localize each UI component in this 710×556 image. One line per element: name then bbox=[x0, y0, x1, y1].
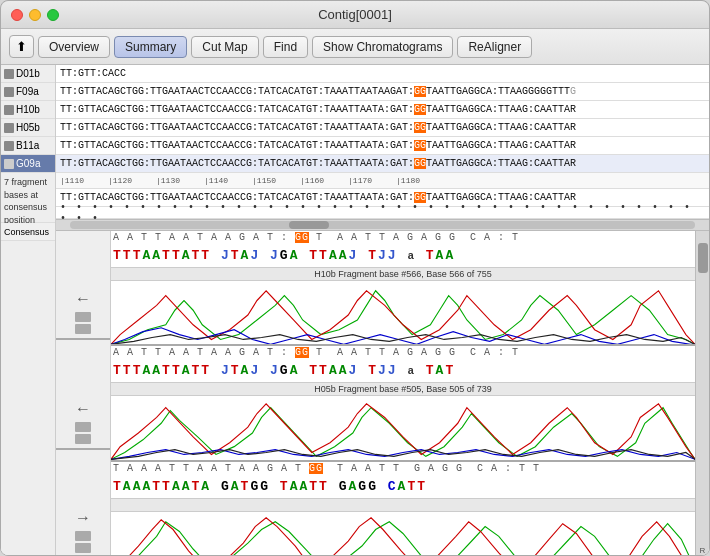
chroma3-left: → bbox=[56, 450, 110, 556]
chroma-panel-2: A A T T A A T A A G A T : GG T A A T T A… bbox=[111, 346, 695, 461]
sequence-area: TT:GTT:CACC TT:GTTACAGCTGG:TTGAATAACTCCA… bbox=[56, 65, 709, 219]
chroma2-seq: TTTAATTATT JTAJ JGA TTAAJ TJJ a TAT bbox=[111, 362, 695, 382]
chroma3-consensus-seq: T A A A T T A A T A A G A T GG T A A T T… bbox=[111, 462, 695, 478]
chroma1-icon1[interactable] bbox=[75, 312, 91, 322]
chroma1-svg bbox=[111, 281, 695, 344]
seq-row-h10b: TT:GTTACAGCTGG:TTGAATAACTCCAACCG:TATCACA… bbox=[56, 101, 709, 119]
chroma2-icon2[interactable] bbox=[75, 434, 91, 444]
chroma-scroll-thumb[interactable] bbox=[698, 243, 708, 273]
chroma2-arrow: ← bbox=[75, 400, 91, 418]
window-controls[interactable] bbox=[11, 9, 59, 21]
dots-row: • • • • • • • • • • • • • • • • • • • • … bbox=[56, 207, 709, 219]
toolbar: ⬆ Overview Summary Cut Map Find Show Chr… bbox=[1, 29, 709, 65]
seq-icon-h05b bbox=[4, 123, 14, 133]
seq-icon-g09a bbox=[4, 159, 14, 169]
tab-cutmap[interactable]: Cut Map bbox=[191, 36, 258, 58]
tab-summary[interactable]: Summary bbox=[114, 36, 187, 58]
close-button[interactable] bbox=[11, 9, 23, 21]
chroma-panels: A A T T A A T A A G A T : GG T A A T T A… bbox=[111, 231, 695, 556]
seq-icon-d01b bbox=[4, 69, 14, 79]
tab-find[interactable]: Find bbox=[263, 36, 308, 58]
seq-name-b11a[interactable]: B11a bbox=[1, 137, 55, 155]
chroma1-info: H10b Fragment base #566, Base 566 of 755 bbox=[111, 267, 695, 281]
tab-overview[interactable]: Overview bbox=[38, 36, 110, 58]
seq-name-f09a[interactable]: F09a bbox=[1, 83, 55, 101]
chroma3-svg bbox=[111, 512, 695, 556]
title-bar: Contig[0001] bbox=[1, 1, 709, 29]
seq-row-f09a: TT:GTTACAGCTGG:TTGAATAACTCCAACCG:TATCACA… bbox=[56, 83, 709, 101]
scroll-r-label: R bbox=[700, 546, 706, 555]
chroma2-info: H05b Fragment base #505, Base 505 of 739 bbox=[111, 382, 695, 396]
h-scroll-thumb[interactable] bbox=[289, 221, 329, 229]
maximize-button[interactable] bbox=[47, 9, 59, 21]
chroma-v-scrollbar[interactable]: R bbox=[695, 231, 709, 556]
chroma1-consensus-seq: A A T T A A T A A G A T : GG T A A T T A… bbox=[111, 231, 695, 247]
chroma1-arrow: ← bbox=[75, 290, 91, 308]
main-content: D01b F09a H10b H05b B11a G09a 7 fragment… bbox=[1, 65, 709, 556]
tab-realigner[interactable]: ReAligner bbox=[457, 36, 532, 58]
seq-name-consensus: Consensus bbox=[1, 223, 55, 241]
chroma2-left: ← bbox=[56, 340, 110, 449]
chroma1-graph bbox=[111, 281, 695, 344]
chroma3-icon2[interactable] bbox=[75, 543, 91, 553]
nav-arrow[interactable]: ⬆ bbox=[9, 35, 34, 58]
chroma-panel-1: A A T T A A T A A G A T : GG T A A T T A… bbox=[111, 231, 695, 346]
chroma1-left: ← bbox=[56, 231, 110, 340]
chroma1-icon2[interactable] bbox=[75, 324, 91, 334]
window-title: Contig[0001] bbox=[318, 7, 392, 22]
chroma2-icon1[interactable] bbox=[75, 422, 91, 432]
chroma-container: ← ← → bbox=[56, 231, 709, 556]
chroma3-info bbox=[111, 498, 695, 512]
ruler-row: |1110 |1120 |1130 |1140 |1150 |1160 |117… bbox=[56, 173, 709, 189]
seq-row-b11a: TT:GTTACAGCTGG:TTGAATAACTCCAACCG:TATCACA… bbox=[56, 137, 709, 155]
seq-name-h05b[interactable]: H05b bbox=[1, 119, 55, 137]
chroma3-icon1[interactable] bbox=[75, 531, 91, 541]
minimize-button[interactable] bbox=[29, 9, 41, 21]
chroma-panel-3: T A A A T T A A T A A G A T GG T A A T T… bbox=[111, 462, 695, 556]
seq-name-h10b[interactable]: H10b bbox=[1, 101, 55, 119]
chroma1-seq: TTTAATTATT JTAJ JGA TTAAJ TJJ a TAA bbox=[111, 247, 695, 267]
consensus-info: 7 fragment bases at consensus position 1… bbox=[1, 173, 55, 223]
tab-show-chromatograms[interactable]: Show Chromatograms bbox=[312, 36, 453, 58]
seq-row-g09a: TT:GTTACAGCTGG:TTGAATAACTCCAACCG:TATCACA… bbox=[56, 155, 709, 173]
seq-row-h05b: TT:GTTACAGCTGG:TTGAATAACTCCAACCG:TATCACA… bbox=[56, 119, 709, 137]
h-scrollbar[interactable] bbox=[56, 219, 709, 231]
chroma3-arrow: → bbox=[75, 509, 91, 527]
seq-name-g09a[interactable]: G09a bbox=[1, 155, 55, 173]
chroma3-graph bbox=[111, 512, 695, 556]
chroma3-seq: TAAATTAATA GATGG TAATT GAGG CATT bbox=[111, 478, 695, 498]
seq-row-d01b: TT:GTT:CACC bbox=[56, 65, 709, 83]
chroma2-graph bbox=[111, 396, 695, 459]
seq-name-d01b[interactable]: D01b bbox=[1, 65, 55, 83]
chroma2-svg bbox=[111, 396, 695, 459]
seq-icon-f09a bbox=[4, 87, 14, 97]
seq-icon-h10b bbox=[4, 105, 14, 115]
chroma-left-panel: ← ← → bbox=[56, 231, 111, 556]
chroma2-consensus-seq: A A T T A A T A A G A T : GG T A A T T A… bbox=[111, 346, 695, 362]
seq-icon-b11a bbox=[4, 141, 14, 151]
